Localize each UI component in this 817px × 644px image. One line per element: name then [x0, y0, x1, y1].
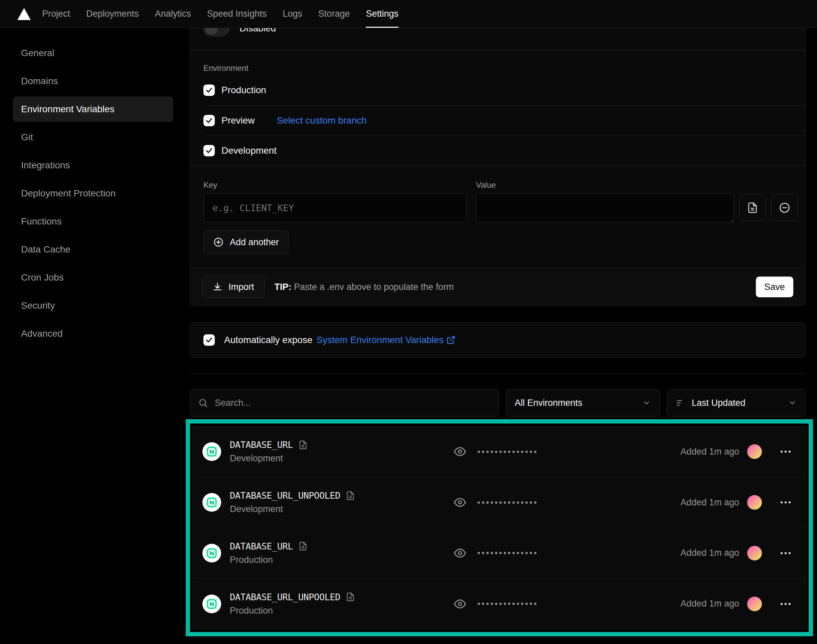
env-var-environment: Development	[230, 453, 308, 464]
settings-sidebar: GeneralDomainsEnvironment VariablesGitIn…	[13, 40, 173, 349]
added-timestamp: Added 1m ago	[681, 446, 739, 457]
eye-icon[interactable]	[454, 547, 466, 560]
sidebar-item-domains[interactable]: Domains	[13, 69, 173, 94]
added-timestamp: Added 1m ago	[681, 599, 739, 609]
row-menu-button[interactable]	[780, 603, 791, 605]
system-env-vars-link[interactable]: System Environment Variables	[317, 335, 456, 345]
env-var-name: DATABASE_URL	[230, 440, 293, 450]
environment-filter-value: All Environments	[515, 398, 636, 408]
neon-integration-icon	[202, 595, 221, 613]
env-var-row[interactable]: DATABASE_URL Development Added 1m ago	[193, 426, 806, 477]
sidebar-item-security[interactable]: Security	[13, 293, 173, 318]
sidebar-item-environment-variables[interactable]: Environment Variables	[13, 97, 173, 122]
sidebar-item-integrations[interactable]: Integrations	[13, 153, 173, 178]
env-var-row[interactable]: DATABASE_URL_UNPOOLED Production Added 1…	[193, 578, 806, 629]
sidebar-item-functions[interactable]: Functions	[13, 209, 173, 234]
eye-icon[interactable]	[454, 496, 466, 509]
sidebar-item-deployment-protection[interactable]: Deployment Protection	[13, 181, 173, 206]
import-label: Import	[228, 282, 254, 292]
environment-filter-dropdown[interactable]: All Environments	[506, 389, 660, 417]
search-input[interactable]	[215, 398, 491, 408]
env-var-row[interactable]: DATABASE_URL Production Added 1m ago	[193, 528, 806, 578]
note-icon	[346, 592, 355, 601]
divider	[190, 373, 806, 374]
nav-tab-logs[interactable]: Logs	[283, 0, 302, 28]
tip-bold: TIP:	[274, 282, 291, 292]
value-label: Value	[476, 180, 496, 190]
nav-tab-project[interactable]: Project	[42, 0, 70, 28]
development-label: Development	[221, 145, 277, 156]
select-custom-branch-link[interactable]: Select custom branch	[277, 115, 367, 126]
auto-expose-text: Automatically expose System Environment …	[224, 335, 455, 345]
add-another-label: Add another	[230, 237, 279, 247]
plus-circle-icon	[213, 237, 224, 247]
nav-tab-deployments[interactable]: Deployments	[86, 0, 139, 28]
paste-env-button[interactable]	[739, 195, 766, 221]
eye-icon[interactable]	[454, 598, 466, 610]
sort-value: Last Updated	[692, 398, 781, 408]
sidebar-item-advanced[interactable]: Advanced	[13, 321, 173, 347]
added-timestamp: Added 1m ago	[681, 548, 739, 558]
note-icon	[298, 440, 308, 449]
row-menu-button[interactable]	[780, 501, 791, 503]
file-text-icon	[747, 202, 758, 213]
row-menu-button[interactable]	[780, 451, 791, 452]
env-var-name: DATABASE_URL_UNPOOLED	[230, 490, 340, 501]
env-var-row[interactable]: DATABASE_URL_UNPOOLED Development Added …	[193, 477, 806, 528]
environment-checkbox-list: Production Preview Select custom branch …	[204, 75, 805, 166]
masked-value	[478, 552, 536, 554]
env-var-info: DATABASE_URL_UNPOOLED Development	[230, 490, 355, 514]
user-avatar	[747, 596, 762, 611]
nav-tab-speed-insights[interactable]: Speed Insights	[207, 0, 267, 28]
user-avatar	[747, 546, 762, 561]
nav-tab-storage[interactable]: Storage	[318, 0, 350, 28]
sidebar-item-git[interactable]: Git	[13, 124, 173, 150]
minus-circle-icon	[779, 202, 791, 214]
sort-dropdown[interactable]: Last Updated	[667, 389, 806, 417]
divider	[190, 165, 805, 166]
key-label: Key	[204, 180, 217, 190]
add-another-button[interactable]: Add another	[204, 230, 288, 254]
auto-expose-card: Automatically expose System Environment …	[190, 322, 806, 358]
nav-tab-settings[interactable]: Settings	[366, 0, 399, 28]
auto-expose-checkbox[interactable]	[204, 334, 215, 346]
save-button[interactable]: Save	[756, 277, 793, 297]
env-var-info: DATABASE_URL_UNPOOLED Production	[230, 592, 355, 616]
environment-option-production: Production	[204, 75, 805, 105]
row-menu-button[interactable]	[780, 552, 791, 554]
neon-integration-icon	[202, 493, 221, 512]
neon-integration-icon	[202, 442, 221, 461]
search-icon	[198, 398, 208, 408]
main-panel: Disabled Environment Production Preview …	[190, 28, 806, 644]
vercel-logo-icon[interactable]	[17, 8, 31, 20]
env-var-list: DATABASE_URL Development Added 1m ago	[193, 426, 806, 629]
env-var-environment: Production	[230, 606, 355, 616]
tip-text: TIP: Paste a .env above to populate the …	[274, 282, 454, 292]
search-box	[190, 389, 499, 417]
sidebar-item-data-cache[interactable]: Data Cache	[13, 237, 173, 262]
env-var-environment: Production	[230, 555, 308, 565]
remove-row-button[interactable]	[771, 195, 798, 221]
production-checkbox[interactable]	[204, 84, 215, 96]
top-nav: ProjectDeploymentsAnalyticsSpeed Insight…	[0, 0, 817, 28]
environment-option-development: Development	[204, 135, 805, 166]
key-input[interactable]	[204, 193, 467, 222]
sidebar-item-general[interactable]: General	[13, 40, 173, 66]
eye-icon[interactable]	[454, 445, 466, 458]
sidebar-item-cron-jobs[interactable]: Cron Jobs	[13, 265, 173, 290]
added-timestamp: Added 1m ago	[681, 497, 739, 508]
development-checkbox[interactable]	[204, 145, 215, 156]
nav-tab-analytics[interactable]: Analytics	[155, 0, 191, 28]
chevron-down-icon	[642, 399, 651, 407]
env-var-form-card: Disabled Environment Production Preview …	[190, 7, 806, 306]
sort-lines-icon	[676, 398, 685, 408]
env-var-name: DATABASE_URL_UNPOOLED	[230, 592, 340, 602]
import-button[interactable]: Import	[202, 276, 265, 298]
preview-checkbox[interactable]	[204, 115, 215, 126]
page-content: GeneralDomainsEnvironment VariablesGitIn…	[0, 28, 817, 644]
value-input[interactable]	[476, 193, 734, 222]
user-avatar	[747, 444, 762, 459]
env-var-info: DATABASE_URL Production	[230, 541, 308, 565]
neon-integration-icon	[202, 544, 221, 563]
env-var-environment: Development	[230, 504, 355, 514]
